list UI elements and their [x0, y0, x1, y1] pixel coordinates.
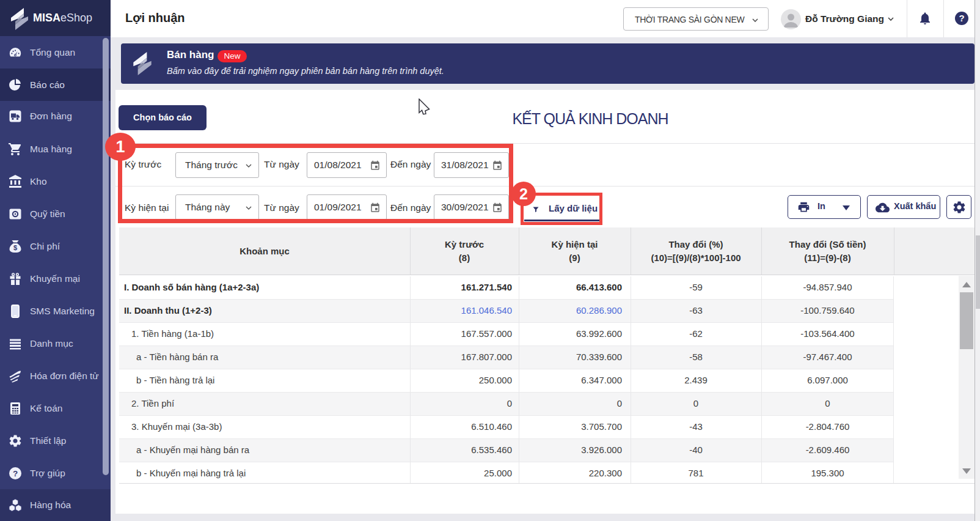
svg-text:$: $ — [13, 244, 17, 251]
svg-text:?: ? — [13, 468, 18, 478]
